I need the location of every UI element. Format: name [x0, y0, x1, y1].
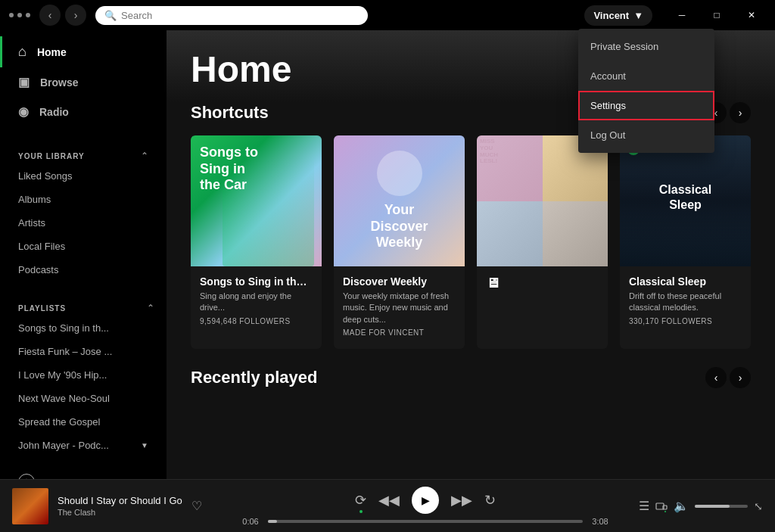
next-button[interactable]: ▶▶ [451, 492, 472, 509]
dropdown-logout[interactable]: Log Out [578, 120, 714, 150]
card-classical-sleep-image: ▶ ClassicalSleep [620, 135, 751, 266]
previous-button[interactable]: ◀◀ [378, 492, 400, 509]
player-time-current: 0:06 [239, 517, 262, 526]
sidebar: ⌂ Home ▣ Browse ◉ Radio YOUR LIBRARY ⌃ L… [0, 30, 167, 479]
new-playlist-button[interactable]: + New Playlist [0, 466, 167, 479]
sidebar-radio-label: Radio [39, 106, 69, 118]
sidebar-item-radio[interactable]: ◉ Radio [0, 97, 167, 126]
volume-bar[interactable] [695, 505, 748, 508]
playlist-label-5: John Mayer - Podc... [18, 440, 109, 451]
recently-played-next-button[interactable]: › [730, 367, 751, 388]
minimize-button[interactable]: ─ [665, 4, 699, 26]
back-button[interactable]: ‹ [39, 5, 61, 26]
sidebar-home-label: Home [37, 46, 67, 58]
card-chinese-artist-info: 🖥 [477, 266, 608, 291]
player-controls: ⟳ ◀◀ ▶ ▶▶ ↻ [355, 487, 496, 514]
playlist-expand-icon: ▼ [141, 441, 148, 450]
playlist-item-2[interactable]: I Love My '90s Hip... [0, 363, 167, 387]
card-chinese-artist-icon: 🖥 [486, 275, 599, 291]
card-discover-weekly-image-title: YourDiscoverWeekly [370, 202, 428, 251]
volume-fill [695, 505, 730, 508]
devices-button[interactable] [655, 500, 668, 512]
card-classical-sleep-subtitle: Drift off to these peaceful classical me… [629, 291, 742, 314]
card-discover-weekly-avatar [377, 151, 422, 196]
playlists-label: PLAYLISTS [18, 304, 66, 313]
search-input[interactable] [121, 10, 359, 21]
svg-point-2 [665, 511, 666, 512]
repeat-button[interactable]: ↻ [484, 492, 496, 509]
shortcuts-cards: Songs toSing inthe Car Songs to Sing in … [191, 135, 751, 349]
fullscreen-button[interactable]: ⤡ [754, 500, 763, 512]
shuffle-button[interactable]: ⟳ [355, 492, 366, 509]
card-classical-sleep-followers: 330,170 FOLLOWERS [629, 317, 742, 325]
player-controls-area: ⟳ ◀◀ ▶ ▶▶ ↻ 0:06 3:08 [239, 487, 612, 526]
card3-cell-4 [543, 201, 608, 267]
playlist-item-1[interactable]: Fiesta Funk – Jose ... [0, 340, 167, 363]
library-items: Liked Songs Albums Artists Local Files P… [0, 164, 167, 282]
card-songs-car[interactable]: Songs toSing inthe Car Songs to Sing in … [191, 135, 322, 349]
sidebar-item-browse[interactable]: ▣ Browse [0, 67, 167, 97]
window-controls: ─ □ ✕ [665, 4, 769, 26]
sidebar-nav: ⌂ Home ▣ Browse ◉ Radio [0, 30, 167, 132]
card-songs-car-followers: 9,594,648 FOLLOWERS [200, 317, 313, 325]
shuffle-active-dot [359, 510, 363, 513]
card-discover-weekly[interactable]: YourDiscoverWeekly Discover Weekly Your … [334, 135, 465, 349]
player-bar: Should I Stay or Should I Go The Clash ♡… [0, 479, 775, 532]
library-item-liked-songs[interactable]: Liked Songs [0, 164, 167, 188]
library-item-artists[interactable]: Artists [0, 211, 167, 235]
sidebar-item-home[interactable]: ⌂ Home [0, 36, 167, 67]
player-track-details: Should I Stay or Should I Go The Clash [58, 495, 182, 517]
player-artist-name: The Clash [58, 508, 182, 517]
recently-played-prev-button[interactable]: ‹ [705, 367, 727, 388]
card-discover-weekly-image: YourDiscoverWeekly [334, 135, 465, 266]
player-progress-fill [268, 520, 277, 523]
restore-button[interactable]: □ [699, 4, 734, 26]
user-dropdown-menu: Private Session Account Settings Log Out [578, 29, 714, 153]
card-chinese-artist-image: MISSYOUMUCHLESL! [477, 135, 608, 266]
library-item-albums[interactable]: Albums [0, 188, 167, 211]
shuffle-wrapper: ⟳ [355, 492, 366, 509]
player-thumbnail-image [12, 488, 48, 524]
shortcuts-next-button[interactable]: › [730, 102, 751, 123]
dropdown-account[interactable]: Account [578, 61, 714, 91]
shortcuts-title: Shortcuts [191, 103, 269, 123]
player-progress-bar[interactable] [268, 520, 583, 523]
playlists-header: PLAYLISTS ⌃ [0, 300, 167, 316]
playlists-section: PLAYLISTS ⌃ Songs to Sing in th... Fiest… [0, 294, 167, 463]
play-pause-button[interactable]: ▶ [412, 487, 439, 514]
library-item-podcasts[interactable]: Podcasts [0, 258, 167, 282]
navigation-buttons: ‹ › [39, 5, 86, 26]
library-collapse-button[interactable]: ⌃ [141, 151, 148, 161]
search-bar[interactable]: 🔍 [95, 6, 368, 25]
card-classical-sleep[interactable]: ▶ ClassicalSleep Classical Sleep Drift o… [620, 135, 751, 349]
window-dots [9, 13, 30, 17]
dropdown-settings[interactable]: Settings [578, 91, 714, 120]
player-progress-bar-area: 0:06 3:08 [239, 517, 612, 526]
library-item-local-files[interactable]: Local Files [0, 235, 167, 258]
volume-button[interactable]: 🔈 [674, 499, 689, 513]
player-right-controls: ☰ 🔈 ⤡ [612, 499, 763, 513]
user-name-label: Vincent [593, 10, 629, 21]
playlist-item-4[interactable]: Spread the Gospel [0, 410, 167, 434]
playlist-item-3[interactable]: Next Wave Neo-Soul [0, 387, 167, 410]
card3-cell-3 [477, 201, 543, 267]
card-chinese-artist[interactable]: MISSYOUMUCHLESL! 🖥 [477, 135, 608, 349]
playlist-item-5[interactable]: John Mayer - Podc... ▼ [0, 434, 167, 457]
forward-button[interactable]: › [65, 5, 86, 26]
playlist-item-0[interactable]: Songs to Sing in th... [0, 316, 167, 340]
card-discover-weekly-info: Discover Weekly Your weekly mixtape of f… [334, 266, 465, 337]
close-button[interactable]: ✕ [734, 4, 769, 26]
recently-played-nav: ‹ › [705, 367, 751, 388]
card-classical-sleep-title: Classical Sleep [629, 275, 742, 288]
playlists-collapse-button[interactable]: ⌃ [147, 303, 154, 313]
recently-played-section: Recently played ‹ › [167, 367, 775, 388]
queue-button[interactable]: ☰ [639, 499, 649, 513]
user-menu-button[interactable]: Vincent ▼ [584, 5, 652, 26]
library-label: YOUR LIBRARY [18, 152, 85, 160]
title-bar-right: Vincent ▼ ─ □ ✕ [584, 4, 769, 26]
player-like-button[interactable]: ♡ [191, 499, 202, 513]
dropdown-private-session[interactable]: Private Session [578, 32, 714, 61]
card-classical-sleep-image-title: ClassicalSleep [659, 182, 711, 214]
library-section-header: YOUR LIBRARY ⌃ [0, 145, 167, 164]
radio-icon: ◉ [18, 104, 29, 119]
